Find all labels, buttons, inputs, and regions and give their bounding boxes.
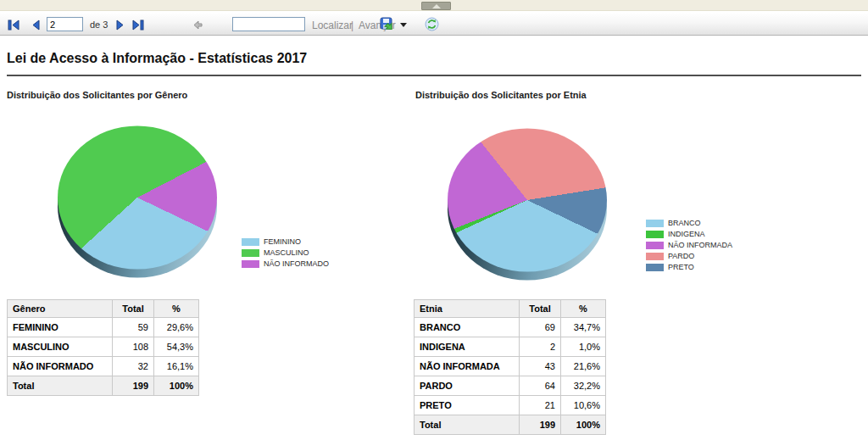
localizar-link[interactable]: Localizar xyxy=(312,19,353,31)
ethnicity-pie-face xyxy=(448,128,607,271)
table-header-cell: Gênero xyxy=(8,300,113,318)
legend-label: PRETO xyxy=(668,264,694,271)
legend-swatch-indigena xyxy=(646,231,664,238)
first-page-button[interactable] xyxy=(8,19,19,34)
table-cell: 21 xyxy=(520,396,561,415)
legend-swatch-nao-informado xyxy=(242,260,259,268)
legend-item: PRETO xyxy=(646,264,732,271)
table-cell: 34,7% xyxy=(561,318,606,337)
export-dropdown-caret[interactable] xyxy=(400,23,407,27)
table-header-cell: Etnia xyxy=(415,300,520,318)
table-cell: 2 xyxy=(520,337,561,357)
table-cell: MASCULINO xyxy=(8,337,113,357)
page-count-label: de 3 xyxy=(90,19,108,30)
table-cell: PRETO xyxy=(415,396,520,415)
export-button[interactable] xyxy=(380,17,396,35)
legend-item: INDIGENA xyxy=(646,231,732,238)
ethnicity-table: Etnia Total % BRANCO 69 34,7% INDIGENA 2… xyxy=(414,299,606,435)
table-row: PARDO 64 32,2% xyxy=(415,376,606,396)
ethnicity-pie-chart xyxy=(448,120,607,280)
back-to-parent-report-button[interactable] xyxy=(192,19,203,34)
legend-swatch-feminino xyxy=(242,238,259,246)
table-row: PRETO 21 10,6% xyxy=(415,396,606,415)
table-row: NÃO INFORMADO 32 16,1% xyxy=(8,357,199,376)
table-header-cell: % xyxy=(154,300,199,318)
first-page-icon xyxy=(8,19,19,31)
table-row: MASCULINO 108 54,3% xyxy=(8,337,199,357)
legend-swatch-preto xyxy=(646,264,664,271)
table-cell: 29,6% xyxy=(154,318,199,337)
table-total-row: Total 199 100% xyxy=(415,415,606,435)
next-page-icon xyxy=(116,19,125,31)
table-header-cell: % xyxy=(561,300,606,318)
legend-label: PARDO xyxy=(668,253,694,260)
legend-item: MASCULINO xyxy=(242,249,329,257)
refresh-button[interactable] xyxy=(425,17,439,35)
table-header-row: Gênero Total % xyxy=(8,300,199,318)
next-page-button[interactable] xyxy=(116,19,125,34)
table-cell: 43 xyxy=(520,357,561,376)
table-cell: 100% xyxy=(561,415,606,435)
table-cell: NÃO INFORMADO xyxy=(8,357,113,376)
legend-label: NÃO INFORMADO xyxy=(264,260,329,268)
export-save-icon xyxy=(380,17,396,31)
title-rule xyxy=(7,75,861,76)
legend-label: MASCULINO xyxy=(264,249,309,257)
legend-item: PARDO xyxy=(646,253,732,260)
table-cell: 32,2% xyxy=(561,376,606,396)
legend-item: BRANCO xyxy=(646,220,732,227)
table-cell: 59 xyxy=(113,318,154,337)
table-row: INDIGENA 2 1,0% xyxy=(415,337,606,357)
page-number-input[interactable] xyxy=(47,17,83,31)
table-cell: 10,6% xyxy=(561,396,606,415)
ethnicity-chart-title: Distribuição dos Solicitantes por Etnia xyxy=(415,90,587,100)
find-next-separator: | xyxy=(351,19,353,31)
last-page-button[interactable] xyxy=(132,19,144,34)
table-cell: NÃO INFORMADA xyxy=(415,357,520,376)
refresh-icon xyxy=(425,17,439,31)
table-total-row: Total 199 100% xyxy=(8,376,199,396)
legend-item: NÃO INFORMADA xyxy=(646,242,732,249)
gender-legend: FEMININO MASCULINO NÃO INFORMADO xyxy=(242,238,329,271)
table-row: BRANCO 69 34,7% xyxy=(415,318,606,337)
report-viewer: de 3 Localizar | Avançar xyxy=(0,0,868,440)
table-cell: 21,6% xyxy=(561,357,606,376)
table-cell: 100% xyxy=(154,376,199,396)
legend-swatch-branco xyxy=(646,220,664,227)
legend-swatch-pardo xyxy=(646,253,664,260)
parameters-strip xyxy=(0,0,868,11)
table-cell: 54,3% xyxy=(154,337,199,357)
report-toolbar: de 3 Localizar | Avançar xyxy=(0,12,868,36)
table-cell: 199 xyxy=(520,415,561,435)
table-row: FEMININO 59 29,6% xyxy=(8,318,199,337)
legend-label: INDIGENA xyxy=(668,231,705,238)
page-title: Lei de Acesso à Informação - Estatística… xyxy=(7,51,307,66)
legend-swatch-nao-informada xyxy=(646,242,664,249)
previous-page-button[interactable] xyxy=(31,19,40,34)
table-cell: Total xyxy=(8,376,113,396)
legend-label: NÃO INFORMADA xyxy=(668,242,732,249)
table-cell: BRANCO xyxy=(415,318,520,337)
collapse-parameters-button[interactable] xyxy=(421,2,451,10)
table-cell: 69 xyxy=(520,318,561,337)
legend-label: FEMININO xyxy=(264,238,301,246)
table-row: NÃO INFORMADA 43 21,6% xyxy=(415,357,606,376)
table-cell: 199 xyxy=(113,376,154,396)
table-cell: 32 xyxy=(113,357,154,376)
gender-pie-face xyxy=(58,125,217,269)
gender-table: Gênero Total % FEMININO 59 29,6% MASCULI… xyxy=(7,299,199,396)
last-page-icon xyxy=(132,19,144,31)
legend-item: NÃO INFORMADO xyxy=(242,260,329,268)
table-cell: FEMININO xyxy=(8,318,113,337)
table-cell: PARDO xyxy=(415,376,520,396)
table-header-row: Etnia Total % xyxy=(415,300,606,318)
ethnicity-legend: BRANCO INDIGENA NÃO INFORMADA PARDO PRET… xyxy=(646,220,732,275)
table-cell: INDIGENA xyxy=(415,337,520,357)
gender-pie-chart xyxy=(58,118,217,277)
legend-label: BRANCO xyxy=(668,220,701,227)
previous-page-icon xyxy=(31,19,40,31)
legend-swatch-masculino xyxy=(242,249,259,257)
table-cell: Total xyxy=(415,415,520,435)
find-text-input[interactable] xyxy=(232,17,305,31)
table-cell: 1,0% xyxy=(561,337,606,357)
